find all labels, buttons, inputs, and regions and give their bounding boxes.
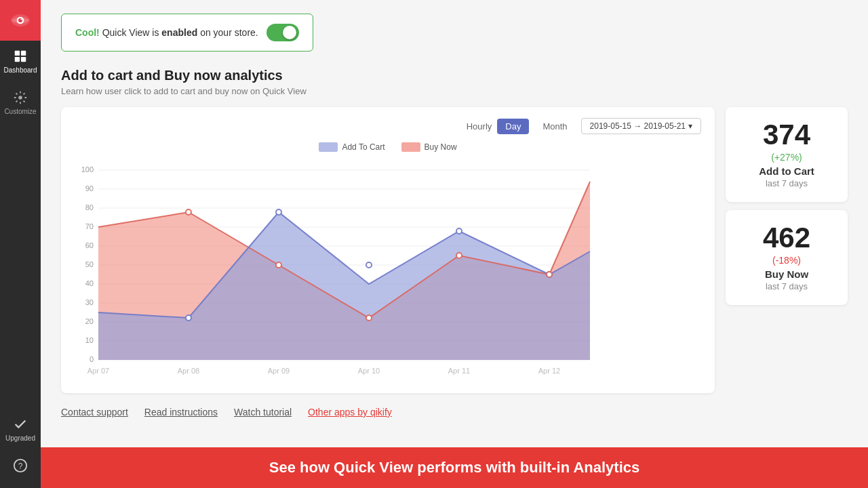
sidebar-customize-label: Customize: [4, 108, 36, 115]
buy-now-color: [401, 142, 420, 152]
svg-text:70: 70: [85, 222, 94, 230]
date-range-button[interactable]: 2019-05-15 → 2019-05-21 ▾: [581, 118, 701, 134]
footer-links: Contact support Read instructions Watch …: [61, 407, 848, 424]
chart-svg: 100 90 80 70 60 50 40 30 20 10 0: [75, 160, 604, 377]
legend-buy-now: Buy Now: [401, 142, 457, 152]
other-apps-link[interactable]: Other apps by qikify: [308, 407, 392, 418]
svg-text:Apr 07: Apr 07: [87, 367, 109, 375]
read-instructions-link[interactable]: Read instructions: [144, 407, 218, 418]
svg-text:?: ?: [18, 462, 23, 471]
buy-now-change: (-18%): [736, 255, 837, 266]
day-period-button[interactable]: Day: [497, 119, 529, 134]
svg-rect-4: [15, 51, 20, 56]
data-point-bn-3: [366, 315, 372, 321]
data-point-bn-2: [276, 262, 281, 268]
analytics-title: Add to cart and Buy now analytics: [61, 68, 848, 83]
contact-support-link[interactable]: Contact support: [61, 407, 128, 418]
bottom-banner-text: See how Quick View performs with built-i…: [269, 459, 639, 476]
svg-text:60: 60: [85, 241, 94, 249]
chart-controls: Hourly Day Month 2019-05-15 → 2019-05-21…: [75, 118, 701, 134]
data-point-atc-3: [366, 262, 372, 268]
toggle-message: Cool! Quick View is enabled on your stor…: [75, 27, 258, 38]
svg-text:10: 10: [85, 336, 94, 344]
sidebar-item-upgraded[interactable]: Upgraded: [0, 409, 41, 450]
svg-text:Apr 09: Apr 09: [268, 367, 290, 375]
data-point-bn-5: [547, 272, 552, 277]
add-to-cart-change: (+27%): [736, 152, 837, 163]
svg-text:Apr 10: Apr 10: [358, 367, 380, 375]
sidebar-item-dashboard[interactable]: Dashboard: [0, 41, 41, 82]
add-to-cart-label: Add To Cart: [342, 142, 384, 152]
toggle-banner: Cool! Quick View is enabled on your stor…: [61, 14, 313, 52]
quick-view-toggle[interactable]: [267, 24, 299, 41]
data-point-atc-4: [456, 228, 462, 234]
add-to-cart-stat-label: Add to Cart: [736, 165, 837, 177]
svg-point-8: [18, 96, 22, 100]
buy-now-label: Buy Now: [425, 142, 457, 152]
sidebar-logo[interactable]: [0, 0, 41, 41]
svg-text:20: 20: [85, 317, 94, 325]
chart-legend: Add To Cart Buy Now: [75, 142, 701, 152]
stat-card-add-to-cart: 374 (+27%) Add to Cart last 7 days: [726, 107, 848, 202]
legend-add-to-cart: Add To Cart: [319, 142, 384, 152]
buy-now-period: last 7 days: [736, 281, 837, 291]
svg-text:0: 0: [90, 355, 94, 363]
content-area: Cool! Quick View is enabled on your stor…: [41, 0, 868, 447]
svg-text:100: 100: [81, 165, 94, 174]
svg-text:Apr 08: Apr 08: [178, 367, 199, 375]
data-point-bn-1: [186, 209, 191, 215]
sidebar-bottom: Upgraded ?: [0, 409, 41, 488]
svg-rect-7: [21, 57, 26, 62]
chevron-down-icon: ▾: [688, 121, 692, 131]
toggle-suffix: on your store.: [200, 27, 258, 38]
data-point-atc-1: [186, 315, 191, 321]
svg-text:90: 90: [85, 184, 94, 192]
buy-now-stat-label: Buy Now: [736, 268, 837, 280]
sidebar-dashboard-label: Dashboard: [4, 66, 37, 74]
svg-text:80: 80: [85, 203, 94, 211]
bottom-banner: See how Quick View performs with built-i…: [41, 447, 868, 488]
stat-card-buy-now: 462 (-18%) Buy Now last 7 days: [726, 210, 848, 305]
sidebar: Dashboard Customize Upgraded ?: [0, 0, 41, 488]
sidebar-upgraded-label: Upgraded: [5, 434, 35, 442]
sidebar-item-help[interactable]: ?: [0, 450, 41, 481]
svg-rect-5: [21, 51, 26, 56]
svg-text:30: 30: [85, 298, 94, 306]
svg-text:Apr 12: Apr 12: [538, 367, 560, 375]
date-range-text: 2019-05-15 → 2019-05-21: [590, 121, 686, 131]
watch-tutorial-link[interactable]: Watch tutorial: [234, 407, 292, 418]
cool-text: Cool!: [75, 27, 100, 38]
enabled-text: enabled: [161, 27, 197, 38]
analytics-row: Hourly Day Month 2019-05-15 → 2019-05-21…: [61, 107, 848, 393]
hourly-label: Hourly: [467, 121, 492, 131]
svg-text:50: 50: [85, 260, 94, 268]
svg-point-3: [20, 18, 22, 20]
data-point-bn-4: [456, 253, 462, 258]
stats-column: 374 (+27%) Add to Cart last 7 days 462 (…: [726, 107, 848, 305]
add-to-cart-number: 374: [736, 121, 837, 149]
sidebar-item-customize[interactable]: Customize: [0, 82, 41, 123]
buy-now-number: 462: [736, 224, 837, 252]
data-point-atc-2: [276, 209, 281, 215]
chart-svg-wrapper: 100 90 80 70 60 50 40 30 20 10 0: [75, 160, 701, 380]
svg-text:Apr 11: Apr 11: [448, 367, 470, 375]
svg-text:40: 40: [85, 279, 94, 287]
add-to-cart-color: [319, 142, 338, 152]
add-to-cart-period: last 7 days: [736, 178, 837, 188]
analytics-subtitle: Learn how user click to add to cart and …: [61, 86, 848, 96]
month-period-button[interactable]: Month: [534, 119, 575, 134]
main-content: Cool! Quick View is enabled on your stor…: [41, 0, 868, 488]
svg-rect-6: [15, 57, 20, 62]
toggle-message-text: Quick View is: [102, 27, 162, 38]
chart-container: Hourly Day Month 2019-05-15 → 2019-05-21…: [61, 107, 715, 393]
